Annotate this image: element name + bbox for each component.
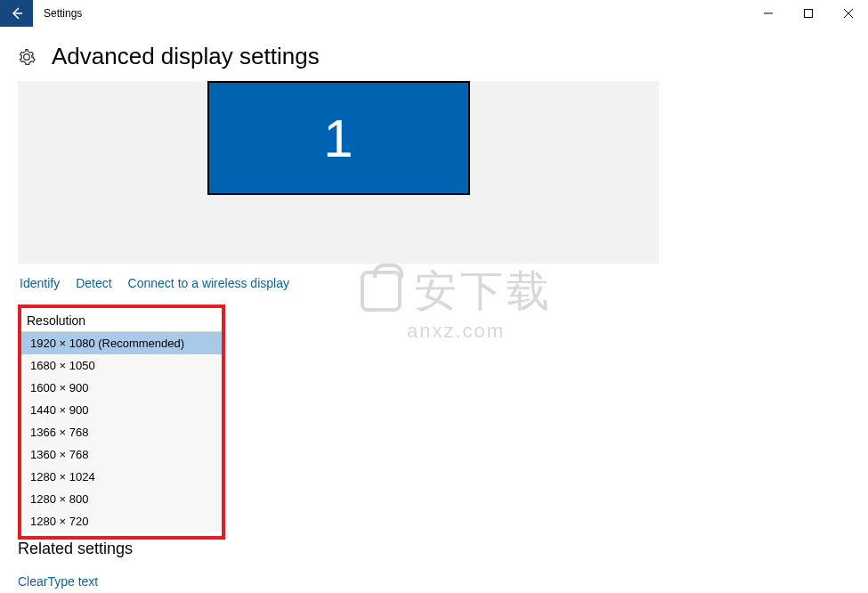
titlebar: Settings <box>0 0 868 27</box>
display-monitor-1[interactable]: 1 <box>207 81 470 195</box>
resolution-option[interactable]: 1280 × 800 <box>21 488 222 510</box>
close-button[interactable] <box>828 0 868 27</box>
back-arrow-icon <box>10 6 24 20</box>
display-actions-row: Identify Detect Connect to a wireless di… <box>18 272 850 299</box>
minimize-button[interactable] <box>748 0 788 27</box>
resolution-option[interactable]: 1440 × 900 <box>21 399 222 421</box>
resolution-dropdown-list[interactable]: 1920 × 1080 (Recommended)1680 × 10501600… <box>21 331 222 532</box>
close-icon <box>844 9 853 18</box>
watermark-en: anxz.com <box>407 320 553 343</box>
detect-link[interactable]: Detect <box>76 276 111 290</box>
resolution-option[interactable]: 1360 × 768 <box>21 443 222 466</box>
back-button[interactable] <box>0 0 33 27</box>
resolution-label: Resolution <box>21 312 222 331</box>
svg-rect-2 <box>804 10 812 18</box>
resolution-option[interactable]: 1280 × 720 <box>21 510 222 532</box>
resolution-option[interactable]: 1366 × 768 <box>21 421 222 443</box>
identify-link[interactable]: Identify <box>20 276 60 290</box>
display-preview-area: 1 <box>18 81 659 264</box>
page-heading-row: Advanced display settings <box>0 27 868 81</box>
resolution-option[interactable]: 1920 × 1080 (Recommended) <box>21 332 222 354</box>
resolution-option[interactable]: 1680 × 1050 <box>21 354 222 377</box>
gear-icon <box>18 48 36 66</box>
minimize-icon <box>764 9 773 18</box>
titlebar-spacer <box>82 0 748 27</box>
connect-wireless-link[interactable]: Connect to a wireless display <box>128 276 289 290</box>
window-title: Settings <box>33 0 82 27</box>
content-area: 1 Identify Detect Connect to a wireless … <box>0 81 868 593</box>
page-title: Advanced display settings <box>52 43 320 70</box>
maximize-button[interactable] <box>788 0 828 27</box>
cleartype-link[interactable]: ClearType text <box>18 574 850 589</box>
resolution-block: Resolution 1920 × 1080 (Recommended)1680… <box>18 305 225 540</box>
resolution-option[interactable]: 1280 × 1024 <box>21 466 222 488</box>
resolution-option[interactable]: 1600 × 900 <box>21 377 222 399</box>
maximize-icon <box>804 9 813 18</box>
monitor-number: 1 <box>323 108 353 169</box>
